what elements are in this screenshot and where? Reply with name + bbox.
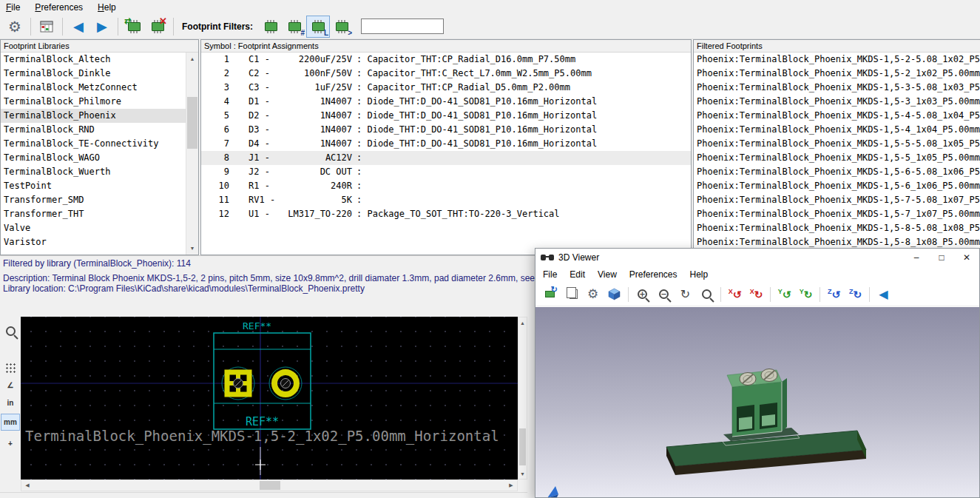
assignments-list[interactable]: 1 C1 - 2200uF/25V : Capacitor_THT:CP_Rad… bbox=[201, 53, 691, 221]
footprint-search-input[interactable] bbox=[361, 18, 444, 34]
zoom-in-button[interactable]: + bbox=[632, 284, 653, 304]
menu-item[interactable]: Edit bbox=[570, 269, 585, 280]
library-item[interactable]: TerminalBlock_RND bbox=[1, 123, 186, 137]
assignment-row[interactable]: 7 D4 - 1N4007 : Diode_THT:D_DO-41_SOD81_… bbox=[201, 137, 691, 151]
footprint-item[interactable]: Phoenix:TerminalBlock_Phoenix_MKDS-1,5-7… bbox=[694, 193, 980, 207]
next-symbol-button[interactable]: ▶ bbox=[90, 16, 114, 38]
viewer3d-titlebar[interactable]: 3D Viewer – □ ✕ bbox=[535, 249, 979, 266]
units-millimeters-button[interactable]: mm bbox=[1, 414, 20, 431]
assignment-row[interactable]: 2 C2 - 100nF/50V : Capacitor_THT:C_Rect_… bbox=[201, 67, 691, 81]
footprint-item[interactable]: Phoenix:TerminalBlock_Phoenix_MKDS-1,5-4… bbox=[694, 109, 980, 123]
scrollbar-thumb[interactable] bbox=[519, 428, 526, 465]
copy-image-button[interactable] bbox=[561, 284, 582, 304]
library-item[interactable]: Valve bbox=[1, 221, 186, 235]
footprint-item[interactable]: Phoenix:TerminalBlock_Phoenix_MKDS-1,5-6… bbox=[694, 165, 980, 179]
assignment-row[interactable]: 5 D2 - 1N4007 : Diode_THT:D_DO-41_SOD81_… bbox=[201, 109, 691, 123]
assignment-row[interactable]: 12 U1 - LM317_TO-220 : Package_TO_SOT_TH… bbox=[201, 207, 691, 221]
footprint-item[interactable]: Phoenix:TerminalBlock_Phoenix_MKDS-1,5-6… bbox=[694, 179, 980, 193]
menu-item[interactable]: Help bbox=[690, 269, 709, 280]
settings-button[interactable]: ⚙ bbox=[3, 16, 27, 38]
menu-item[interactable]: File bbox=[6, 2, 20, 13]
footprint-canvas[interactable]: REF** REF** TerminalBlock_Phoenix_MKDS-1… bbox=[21, 317, 518, 480]
assignment-row[interactable]: 9 J2 - DC OUT : bbox=[201, 165, 691, 179]
assignment-row[interactable]: 3 C3 - 1uF/25V : Capacitor_THT:CP_Radial… bbox=[201, 81, 691, 95]
rotate-z-ccw-button[interactable]: Z↺ bbox=[823, 284, 845, 304]
library-item[interactable]: TerminalBlock_TE-Connectivity bbox=[1, 137, 186, 151]
footprint-item[interactable]: Phoenix:TerminalBlock_Phoenix_MKDS-1,5-4… bbox=[694, 123, 980, 137]
assignment-row[interactable]: 11 RV1 - 5K : bbox=[201, 193, 691, 207]
library-item[interactable]: Transformer_THT bbox=[1, 207, 186, 221]
library-item[interactable]: TestPoint bbox=[1, 179, 186, 193]
orientation-cube-button[interactable] bbox=[604, 284, 625, 304]
footprint-item[interactable]: Phoenix:TerminalBlock_Phoenix_MKDS-1,5-5… bbox=[694, 151, 980, 165]
assignment-row[interactable]: 10 R1 - 240R : bbox=[201, 179, 691, 193]
assignment-row[interactable]: 4 D1 - 1N4007 : Diode_THT:D_DO-41_SOD81_… bbox=[201, 95, 691, 109]
assignment-row[interactable]: 6 D3 - 1N4007 : Diode_THT:D_DO-41_SOD81_… bbox=[201, 123, 691, 137]
preview-vertical-scrollbar[interactable]: ▲ ▼ bbox=[518, 317, 527, 480]
zoom-out-button[interactable]: − bbox=[653, 284, 675, 304]
library-item[interactable]: Transformer_SMD bbox=[1, 193, 186, 207]
scrollbar-thumb[interactable] bbox=[260, 481, 280, 490]
footprint-item[interactable]: Phoenix:TerminalBlock_Phoenix_MKDS-1,5-7… bbox=[694, 207, 980, 221]
zoom-tool-button[interactable] bbox=[1, 323, 20, 340]
zoom-fit-button[interactable] bbox=[696, 284, 717, 304]
cursor-shape-button[interactable]: + bbox=[1, 435, 20, 452]
footprint-item[interactable]: Phoenix:TerminalBlock_Phoenix_MKDS-1,5-3… bbox=[694, 81, 980, 95]
filtered-footprints-list[interactable]: Phoenix:TerminalBlock_Phoenix_MKDS-1,5-2… bbox=[694, 53, 980, 255]
maximize-button[interactable]: □ bbox=[929, 249, 954, 266]
delete-all-associations-button[interactable]: ✕ bbox=[146, 16, 169, 38]
close-button[interactable]: ✕ bbox=[954, 249, 979, 266]
units-inches-button[interactable]: in bbox=[1, 394, 20, 411]
reload-board-button[interactable]: ↻ bbox=[539, 284, 561, 304]
auto-associate-button[interactable]: ⇄ bbox=[122, 16, 146, 38]
library-item[interactable]: TerminalBlock_Dinkle bbox=[1, 67, 186, 81]
redraw-view-button[interactable]: ↻ bbox=[675, 284, 696, 304]
library-item[interactable]: TerminalBlock_MetzConnect bbox=[1, 81, 186, 95]
filter-by-keyword-button[interactable] bbox=[259, 16, 283, 38]
manage-footprint-libraries-button[interactable] bbox=[35, 16, 58, 38]
footprint-item[interactable]: Phoenix:TerminalBlock_Phoenix_MKDS-1,5-2… bbox=[694, 53, 980, 67]
library-item[interactable]: TerminalBlock_Philmore bbox=[1, 95, 186, 109]
scroll-up-arrow[interactable]: ▲ bbox=[186, 53, 198, 65]
library-item[interactable]: Varistor bbox=[1, 235, 186, 249]
minimize-button[interactable]: – bbox=[904, 249, 929, 266]
polar-coordinates-button[interactable]: ∠ bbox=[1, 377, 20, 394]
assignment-row[interactable]: 8 J1 - AC12V : bbox=[201, 151, 691, 165]
rotate-z-cw-button[interactable]: Z↻ bbox=[845, 284, 866, 304]
rotate-y-cw-button[interactable]: Y↻ bbox=[795, 284, 817, 304]
menu-item[interactable]: File bbox=[543, 269, 557, 280]
footprint-item[interactable]: Phoenix:TerminalBlock_Phoenix_MKDS-1,5-3… bbox=[694, 95, 980, 109]
assignment-row[interactable]: 1 C1 - 2200uF/25V : Capacitor_THT:CP_Rad… bbox=[201, 53, 691, 67]
library-item[interactable]: TerminalBlock_Wuerth bbox=[1, 165, 186, 179]
menu-item[interactable]: Preferences bbox=[35, 2, 83, 13]
menu-item[interactable]: Help bbox=[98, 2, 116, 13]
menu-item[interactable]: Preferences bbox=[629, 269, 677, 280]
viewer3d-canvas[interactable] bbox=[535, 307, 979, 497]
scroll-down-arrow[interactable]: ▼ bbox=[518, 468, 527, 479]
scroll-left-arrow[interactable]: ◀ bbox=[21, 480, 33, 491]
libraries-scrollbar[interactable]: ▲ ▼ bbox=[186, 53, 198, 255]
library-item[interactable]: TerminalBlock_WAGO bbox=[1, 151, 186, 165]
libraries-list[interactable]: TerminalBlock_AltechTerminalBlock_Dinkle… bbox=[1, 53, 186, 255]
filter-by-library-button[interactable]: L bbox=[306, 16, 330, 38]
rotate-x-ccw-button[interactable]: X↺ bbox=[724, 284, 746, 304]
filter-by-pin-count-button[interactable]: # bbox=[283, 16, 306, 38]
scroll-right-arrow[interactable]: ▶ bbox=[505, 480, 517, 491]
menu-item[interactable]: View bbox=[598, 269, 617, 280]
scroll-down-arrow[interactable]: ▼ bbox=[186, 242, 198, 255]
preview-horizontal-scrollbar[interactable]: ◀ ▶ bbox=[21, 480, 518, 491]
footprint-item[interactable]: Phoenix:TerminalBlock_Phoenix_MKDS-1,5-2… bbox=[694, 67, 980, 81]
rotate-y-ccw-button[interactable]: Y↺ bbox=[774, 284, 795, 304]
scrollbar-thumb[interactable] bbox=[187, 97, 197, 149]
filter-best-match-button[interactable]: > bbox=[330, 16, 354, 38]
library-item[interactable]: TerminalBlock_Altech bbox=[1, 53, 186, 67]
footprint-item[interactable]: Phoenix:TerminalBlock_Phoenix_MKDS-1,5-5… bbox=[694, 137, 980, 151]
scroll-up-arrow[interactable]: ▲ bbox=[518, 317, 527, 328]
footprint-item[interactable]: Phoenix:TerminalBlock_Phoenix_MKDS-1,5-8… bbox=[694, 221, 980, 235]
library-item[interactable]: TerminalBlock_Phoenix bbox=[1, 109, 186, 123]
rotate-x-cw-button[interactable]: X↻ bbox=[746, 284, 767, 304]
move-left-button[interactable]: ◀ bbox=[873, 284, 894, 304]
render-options-button[interactable]: ⚙ bbox=[582, 284, 604, 304]
grid-toggle-button[interactable] bbox=[1, 359, 20, 376]
previous-symbol-button[interactable]: ◀ bbox=[67, 16, 90, 38]
